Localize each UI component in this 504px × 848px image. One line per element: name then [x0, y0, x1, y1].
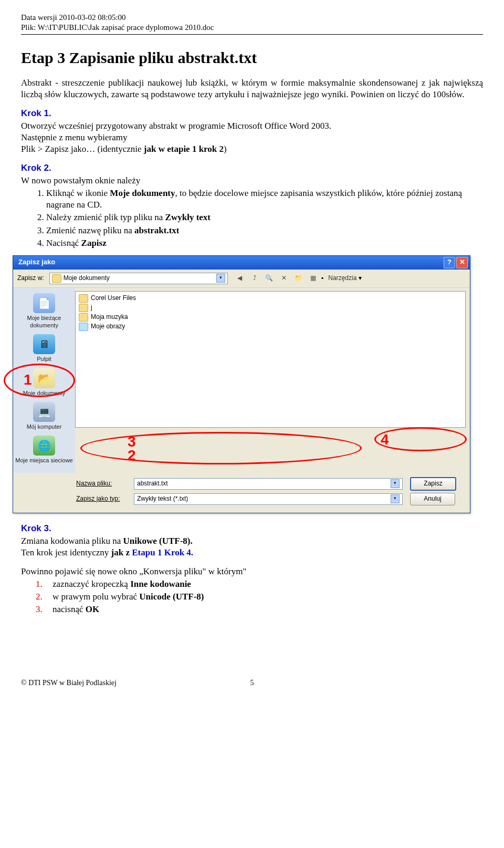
- header-version: Data wersji 2010-03-02 08:05:00: [21, 13, 483, 23]
- filetype-value: Zwykły tekst (*.txt): [137, 495, 188, 503]
- dialog-titlebar: Zapisz jako ? ✕: [13, 256, 470, 270]
- krok1-line2a: Następnie z menu wybieramy: [21, 132, 483, 143]
- krok1-line2b-pre: Plik > Zapisz jako… (identycznie: [21, 144, 144, 154]
- sidebar-item-mydocs[interactable]: 📂Moje dokumenty: [15, 368, 73, 397]
- views-icon[interactable]: ▦: [309, 274, 318, 283]
- list-item: nacisnąć OK: [36, 604, 483, 615]
- sidebar-item-network[interactable]: 🌐Moje miejsca sieciowe: [15, 436, 73, 464]
- page-title: Etap 3 Zapisanie pliku abstrakt.txt: [21, 47, 483, 68]
- filename-input[interactable]: abstrakt.txt ▾: [134, 478, 403, 490]
- krok3-line2: Ten krok jest identyczny jak z Etapu 1 K…: [21, 547, 483, 559]
- filename-label: Nazwa pliku:: [76, 480, 134, 488]
- krok1-heading: Krok 1.: [21, 108, 483, 119]
- newfolder-icon[interactable]: 📁: [294, 274, 303, 283]
- folder-icon: [79, 294, 88, 303]
- toolbar-icons: ◀ ⤴ 🔍 ✕ 📁 ▦: [235, 274, 318, 283]
- tools-menu[interactable]: ▪ Narzędzia ▾: [321, 274, 362, 283]
- sidebar-item-recent[interactable]: 📄Moje bieżące dokumenty: [15, 293, 73, 329]
- krok1-line2b: Plik > Zapisz jako… (identycznie jak w e…: [21, 143, 483, 155]
- list-item: Należy zmienić plik typ pliku na Zwykły …: [46, 212, 483, 223]
- page-number: 5: [250, 678, 254, 688]
- list-item: zaznaczyć kropeczką Inne kodowanie: [36, 578, 483, 590]
- chevron-down-icon[interactable]: ▾: [391, 494, 400, 503]
- network-icon: 🌐: [33, 436, 55, 456]
- krok1-line2b-bold: jak w etapie 1 krok 2: [144, 144, 224, 154]
- cancel-button[interactable]: Anuluj: [410, 493, 455, 505]
- recent-docs-icon: 📄: [33, 293, 55, 313]
- header-filepath: Plik: W:\IT\PUBLIC\Jak zapisać prace dyp…: [21, 23, 483, 33]
- folder-icon: [79, 313, 88, 322]
- krok3-line1: Zmiana kodowania pliku na Unikowe (UTF-8…: [21, 535, 483, 547]
- filetype-select[interactable]: Zwykły tekst (*.txt) ▾: [134, 493, 403, 505]
- sidebar-item-computer[interactable]: 💻Mój komputer: [15, 402, 73, 430]
- dialog-bottom: Nazwa pliku: abstrakt.txt ▾ Zapisz Zapis…: [13, 473, 470, 513]
- desktop-icon: 🖥: [33, 334, 55, 354]
- search-icon[interactable]: 🔍: [265, 274, 274, 283]
- list-item: Nacisnąć Zapisz: [46, 237, 483, 249]
- save-in-combo[interactable]: Moje dokumenty ▾: [49, 273, 228, 284]
- list-item[interactable]: Corel User Files: [79, 294, 462, 303]
- help-button[interactable]: ?: [444, 257, 455, 268]
- footer-copyright: © DTI PSW w Białej Podlaskiej: [21, 679, 117, 687]
- chevron-down-icon[interactable]: ▾: [391, 479, 400, 488]
- krok2-lead: W nowo powstałym oknie należy: [21, 175, 483, 187]
- filetype-label: Zapisz jako typ:: [76, 495, 134, 503]
- delete-icon[interactable]: ✕: [279, 274, 289, 283]
- folder-icon: [52, 274, 61, 283]
- dialog-title: Zapisz jako: [18, 258, 55, 267]
- dialog-toolbar: Zapisz w: Moje dokumenty ▾ ◀ ⤴ 🔍 ✕ 📁 ▦ ▪…: [13, 270, 470, 288]
- page-footer: © DTI PSW w Białej Podlaskiej 5: [21, 678, 483, 688]
- file-list[interactable]: Corel User Files j Moja muzyka Moje obra…: [75, 291, 466, 428]
- krok1-line2b-tail: ): [224, 144, 227, 154]
- krok2-heading: Krok 2.: [21, 162, 483, 174]
- krok3-list: zaznaczyć kropeczką Inne kodowanie w pra…: [36, 578, 483, 615]
- list-item[interactable]: Moja muzyka: [79, 313, 462, 322]
- intro-paragraph: Abstrakt - streszczenie publikacji nauko…: [21, 77, 483, 100]
- list-item[interactable]: j: [79, 303, 462, 313]
- etap1-krok4-link: Etapu 1 Krok 4.: [132, 547, 193, 557]
- krok3-heading: Krok 3.: [21, 523, 483, 534]
- chevron-down-icon[interactable]: ▾: [216, 274, 225, 283]
- save-in-value: Moje dokumenty: [64, 274, 110, 283]
- close-button[interactable]: ✕: [456, 257, 468, 268]
- krok2-list: Kliknąć w ikonie Moje dokumenty, to będz…: [36, 188, 483, 249]
- back-icon[interactable]: ◀: [235, 274, 245, 283]
- folder-icon: [79, 304, 88, 312]
- list-item: w prawym polu wybrać Unicode (UTF-8): [36, 591, 483, 603]
- folder-icon: [79, 323, 88, 331]
- places-bar: 📄Moje bieżące dokumenty 🖥Pulpit 📂Moje do…: [13, 288, 75, 473]
- save-in-label: Zapisz w:: [17, 274, 44, 283]
- list-item: Zmienić nazwę pliku na abstrakt.txt: [46, 225, 483, 236]
- save-as-dialog: Zapisz jako ? ✕ Zapisz w: Moje dokumenty…: [13, 255, 470, 513]
- up-icon[interactable]: ⤴: [250, 274, 259, 283]
- mydocs-icon: 📂: [33, 368, 55, 388]
- computer-icon: 💻: [33, 402, 55, 422]
- save-button[interactable]: Zapisz: [410, 477, 456, 491]
- header-rule: [21, 34, 483, 35]
- list-item: Kliknąć w ikonie Moje dokumenty, to będz…: [46, 188, 483, 211]
- filename-value: abstrakt.txt: [137, 480, 168, 488]
- list-item[interactable]: Moje obrazy: [79, 322, 462, 332]
- sidebar-item-desktop[interactable]: 🖥Pulpit: [15, 334, 73, 363]
- krok1-line1: Otworzyć wcześniej przygotowany abstrakt…: [21, 120, 483, 132]
- krok3-line3: Powinno pojawić się nowe okno „Konwersja…: [21, 566, 483, 577]
